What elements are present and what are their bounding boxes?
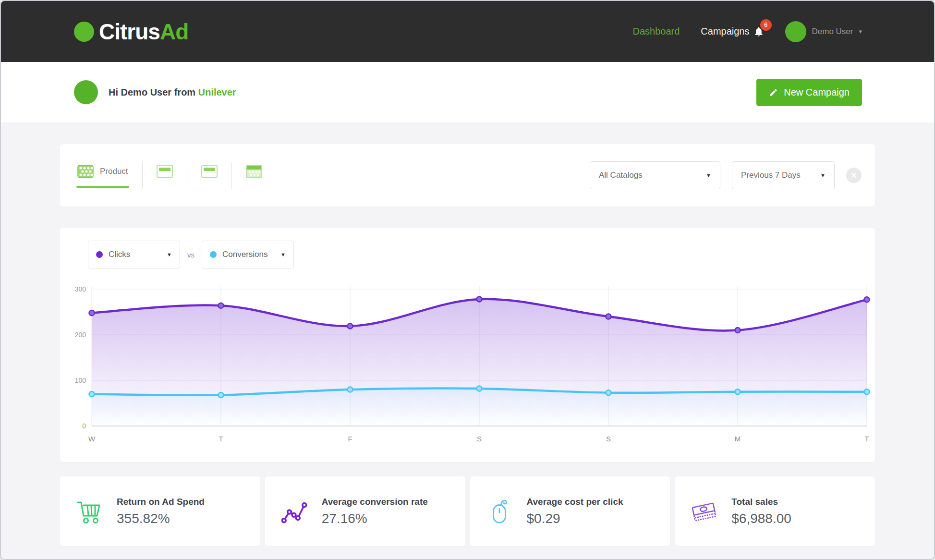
citrusad-logo[interactable]: CitrusAd <box>74 19 188 45</box>
stat-card-total-sales: Total sales $6,988.00 <box>675 476 875 546</box>
svg-text:M: M <box>735 435 741 443</box>
notification-badge: 6 <box>760 19 772 31</box>
metric-a-select[interactable]: Clicks ▼ <box>88 241 180 268</box>
greeting-text: Hi Demo User from Unilever <box>109 87 236 98</box>
logo-text: CitrusAd <box>99 19 188 45</box>
date-range-value: Previous 7 Days <box>741 170 801 180</box>
svg-text:S: S <box>477 435 482 443</box>
metric-a-label: Clicks <box>109 250 130 259</box>
stat-card-cpc: Average cost per click $0.29 <box>470 476 670 546</box>
svg-text:200: 200 <box>75 331 86 339</box>
campaigns-label: Campaigns <box>701 26 749 37</box>
chart-area: 0100200300WTFSSMT <box>60 277 875 454</box>
tab-separator <box>231 162 232 189</box>
svg-text:W: W <box>88 435 96 443</box>
trend-line-icon <box>279 499 309 524</box>
main-content: Product <box>1 122 934 546</box>
metric-b-select[interactable]: Conversions ▼ <box>202 241 294 268</box>
stat-value: $6,988.00 <box>731 511 791 526</box>
caret-down-icon: ▼ <box>159 252 172 257</box>
catalog-select-value: All Catalogs <box>599 170 643 180</box>
caret-down-icon: ▼ <box>813 172 826 178</box>
stat-value: 27.16% <box>322 511 428 526</box>
stat-card-roas: Return on Ad Spend 355.82% <box>60 476 260 546</box>
caret-down-icon: ▼ <box>273 252 286 257</box>
new-campaign-label: New Campaign <box>784 87 850 98</box>
stat-value: 355.82% <box>117 511 205 526</box>
tab-product[interactable]: Product <box>76 163 129 188</box>
greeting-bar: Hi Demo User from Unilever New Campaign <box>1 62 934 122</box>
filter-card: Product <box>60 144 875 207</box>
tab-separator <box>187 162 187 189</box>
date-range-select[interactable]: Previous 7 Days ▼ <box>732 161 835 189</box>
new-campaign-button[interactable]: New Campaign <box>756 79 862 106</box>
stat-card-conversion-rate: Average conversion rate 27.16% <box>265 476 465 546</box>
svg-text:S: S <box>606 435 611 443</box>
logo-dot-icon <box>74 22 94 42</box>
svg-text:T: T <box>219 435 223 443</box>
svg-text:100: 100 <box>75 377 86 384</box>
stat-label: Total sales <box>731 497 791 507</box>
caret-down-icon: ▼ <box>698 172 711 178</box>
cart-icon <box>74 498 104 525</box>
tab-banner-2[interactable] <box>200 163 219 188</box>
user-menu[interactable]: Demo User ▾ <box>785 21 862 42</box>
svg-text:0: 0 <box>82 422 86 430</box>
stat-value: $0.29 <box>527 511 623 526</box>
clicks-dot-icon <box>96 251 103 258</box>
svg-text:F: F <box>348 435 352 443</box>
stats-row: Return on Ad Spend 355.82% <box>60 476 875 546</box>
top-navbar: CitrusAd Dashboard Campaigns 6 Demo User… <box>1 1 934 62</box>
money-icon <box>689 499 719 524</box>
nav-link-dashboard[interactable]: Dashboard <box>632 26 680 37</box>
stat-label: Average cost per click <box>527 497 623 507</box>
company-name: Unilever <box>198 87 236 97</box>
tab-banner-1[interactable] <box>156 163 174 188</box>
chart-card: Clicks ▼ vs Conversions ▼ 0100200300WTFS… <box>60 228 875 462</box>
close-filter-button[interactable]: ✕ <box>846 168 862 183</box>
mouse-icon <box>485 497 514 526</box>
tab-separator <box>142 162 143 189</box>
close-icon: ✕ <box>850 171 857 180</box>
svg-text:T: T <box>864 435 869 443</box>
metric-b-label: Conversions <box>222 250 268 259</box>
banner-icon <box>157 165 173 178</box>
stat-label: Average conversion rate <box>322 497 428 507</box>
filter-controls: All Catalogs ▼ Previous 7 Days ▼ ✕ <box>590 161 862 189</box>
vs-label: vs <box>187 251 194 259</box>
app-window: CitrusAd Dashboard Campaigns 6 Demo User… <box>0 0 935 560</box>
user-avatar <box>785 21 806 42</box>
nav-link-campaigns[interactable]: Campaigns 6 <box>701 26 764 37</box>
metrics-chart: 0100200300WTFSSMT <box>60 277 875 452</box>
conversions-dot-icon <box>210 251 217 258</box>
greeting-avatar <box>74 80 98 104</box>
pencil-icon <box>769 88 778 97</box>
stat-label: Return on Ad Spend <box>117 497 205 507</box>
greeting-left: Hi Demo User from Unilever <box>74 80 236 104</box>
tab-product-label: Product <box>100 167 128 176</box>
banner-grid-icon <box>246 165 262 178</box>
chart-legend: Clicks ▼ vs Conversions ▼ <box>60 241 875 268</box>
tab-banner-product-mix[interactable] <box>245 163 263 188</box>
active-tab-underline <box>76 186 129 188</box>
navbar-right: Dashboard Campaigns 6 Demo User ▾ <box>632 21 862 42</box>
svg-text:300: 300 <box>75 285 86 293</box>
user-name: Demo User <box>812 27 853 37</box>
logo-text-accent: Ad <box>160 19 188 44</box>
catalog-select[interactable]: All Catalogs ▼ <box>590 161 720 189</box>
product-grid-icon <box>77 165 94 178</box>
chevron-down-icon: ▾ <box>859 28 862 35</box>
banner-icon <box>201 165 218 178</box>
